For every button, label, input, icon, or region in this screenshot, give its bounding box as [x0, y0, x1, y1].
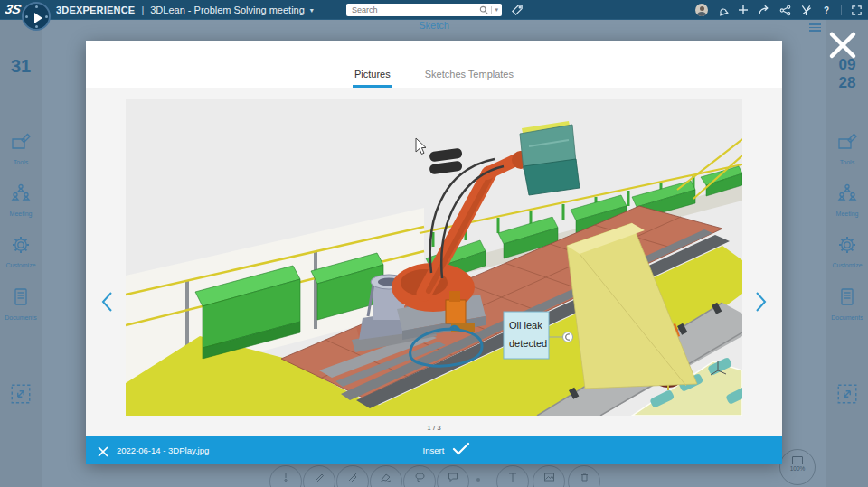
tab-pictures[interactable]: Pictures [353, 61, 392, 88]
gear-icon [9, 243, 33, 258]
tool-button-pencil[interactable] [303, 465, 335, 487]
sidebar-item-label: Documents [0, 314, 42, 321]
sidebar-item-label: Tools [0, 159, 42, 165]
selected-file-name: 2022-06-14 - 3DPlay.jpg [117, 445, 209, 455]
annotation-note: Oil leak detected [504, 312, 549, 359]
sidebar-item-label: Tools [826, 159, 868, 165]
picture-picker-dialog: Pictures Sketches Templates [86, 41, 782, 464]
meeting-icon [835, 192, 859, 207]
sidebar-item-tools[interactable]: Tools [826, 131, 868, 165]
previous-image-button[interactable] [99, 290, 117, 314]
panel-resize-left[interactable] [0, 382, 42, 409]
tool-button-pen[interactable] [336, 465, 369, 487]
tools-icon [9, 140, 33, 155]
collaborate-icon[interactable] [778, 4, 791, 16]
zoom-level-value: 100% [780, 465, 815, 472]
close-icon[interactable] [827, 31, 858, 60]
fullscreen-icon[interactable] [850, 4, 863, 16]
remove-file-icon[interactable] [98, 445, 108, 455]
app-title: 3DLean - Problem Solving meeting [150, 5, 305, 15]
search-box[interactable]: ▾ [346, 4, 502, 16]
search-icon[interactable] [479, 2, 488, 18]
top-bar: 3DEXPERIENCE | 3DLean - Problem Solving … [0, 0, 868, 20]
compass-icon[interactable] [22, 2, 51, 31]
tool-button-image[interactable] [533, 465, 565, 487]
tools-icon [835, 140, 859, 155]
tool-button-eraser[interactable] [370, 465, 402, 487]
page-icon [792, 456, 803, 464]
search-scope-chevron-icon[interactable]: ▾ [495, 6, 498, 14]
sidebar-item-tools[interactable]: Tools [0, 131, 42, 165]
tool-button-text[interactable] [496, 465, 529, 487]
tool-button-comment[interactable] [437, 465, 469, 487]
tool-button-pointer[interactable] [269, 465, 302, 487]
tool-button-delete[interactable] [568, 465, 600, 487]
sidebar-item-label: Customize [826, 262, 868, 268]
sidebar-item-label: Documents [826, 314, 868, 321]
tag-icon[interactable] [511, 4, 524, 20]
avatar[interactable] [695, 4, 708, 16]
tool-button-lasso[interactable] [403, 465, 436, 487]
sidebar-item-documents[interactable]: Documents [826, 286, 868, 321]
document-icon [9, 295, 33, 311]
search-divider [491, 6, 492, 14]
check-icon[interactable] [452, 442, 470, 459]
time-minute: 28 [826, 74, 868, 92]
sidebar-item-meeting[interactable]: Meeting [826, 183, 868, 217]
meeting-icon [9, 192, 33, 207]
sidebar-item-customize[interactable]: Customize [826, 234, 868, 268]
dialog-tab-bar: Pictures Sketches Templates [86, 41, 782, 88]
sidebar-item-label: Customize [0, 262, 42, 268]
document-icon [835, 295, 859, 311]
search-input[interactable] [346, 5, 479, 14]
scene-image: Oil leak detected [126, 99, 742, 416]
sidebar-item-meeting[interactable]: Meeting [0, 183, 42, 217]
app-title-area[interactable]: 3DEXPERIENCE | 3DLean - Problem Solving … [56, 0, 314, 20]
date-day: 31 [0, 56, 42, 77]
note-anchor-icon [563, 332, 573, 342]
pagination-indicator: 1 / 3 [86, 424, 782, 432]
notification-icon[interactable] [716, 4, 729, 16]
sidebar-item-label: Meeting [0, 211, 42, 217]
svg-text:Oil leak: Oil leak [509, 320, 542, 331]
sketch-panel-title: Sketch [0, 20, 868, 31]
sidebar-item-documents[interactable]: Documents [0, 286, 42, 321]
insert-action-bar: 2022-06-14 - 3DPlay.jpg Insert [86, 436, 782, 464]
next-image-button[interactable] [751, 290, 769, 314]
brand-name: 3DEXPERIENCE [56, 5, 135, 15]
app-window: Sketch 31 AUG 09 28 Tools Meeting Custom… [0, 0, 868, 487]
svg-text:detected: detected [509, 338, 547, 349]
toolbar-separator-dot [476, 478, 480, 482]
panel-resize-right[interactable] [826, 382, 868, 409]
add-icon[interactable] [737, 4, 750, 16]
sidebar-item-label: Meeting [826, 211, 868, 217]
topbar-divider [841, 5, 842, 15]
gear-icon [835, 243, 859, 258]
share-arrow-icon[interactable] [758, 4, 770, 16]
brand-separator: | [141, 5, 144, 15]
help-icon[interactable]: ? [820, 4, 833, 16]
sidebar-item-customize[interactable]: Customize [0, 234, 42, 268]
dialog-body: Oil leak detected 1 / 3 [86, 88, 782, 436]
zoom-level-indicator[interactable]: 100% [779, 449, 816, 485]
insert-button[interactable]: Insert [423, 445, 445, 455]
play-media-icon[interactable] [799, 4, 812, 16]
chevron-down-icon[interactable]: ▾ [310, 6, 314, 14]
tab-sketches-templates[interactable]: Sketches Templates [423, 61, 515, 88]
resize-icon [835, 393, 859, 408]
resize-icon [9, 393, 33, 408]
threeds-logo[interactable]: 3S [4, 2, 23, 16]
